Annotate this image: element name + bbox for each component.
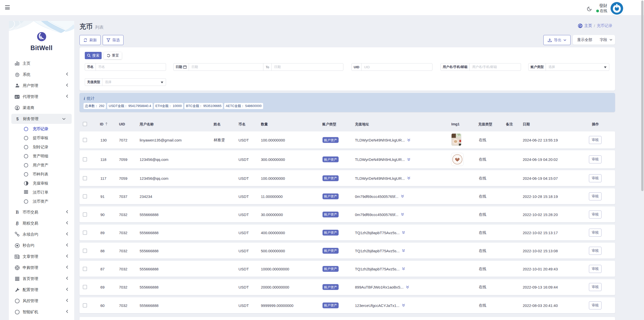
svg-text:$: $ [16,117,19,121]
svg-text:B: B [16,210,19,215]
